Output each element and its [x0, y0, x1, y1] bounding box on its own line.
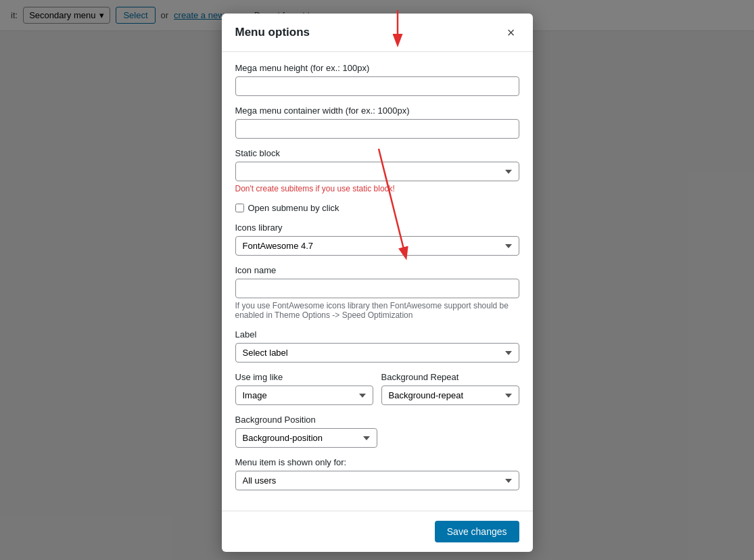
background-repeat-select[interactable]: Background-repeat [381, 386, 519, 405]
mega-menu-height-group: Mega menu height (for ex.: 100px) [235, 63, 519, 96]
background-position-label: Background Position [235, 415, 519, 425]
mega-menu-width-label: Mega menu container width (for ex.: 1000… [235, 106, 519, 116]
open-submenu-checkbox[interactable] [235, 204, 244, 212]
mega-menu-height-label: Mega menu height (for ex.: 100px) [235, 63, 519, 73]
open-submenu-label: Open submenu by click [248, 203, 339, 213]
modal-body: Mega menu height (for ex.: 100px) Mega m… [222, 52, 533, 511]
background-position-select[interactable]: Background-position [235, 428, 377, 448]
background-repeat-label: Background Repeat [381, 372, 519, 382]
use-img-like-select[interactable]: Image [235, 386, 373, 405]
use-img-like-label: Use img like [235, 372, 373, 382]
icon-name-group: Icon name If you use FontAwesome icons l… [235, 265, 519, 320]
background-position-group: Background Position Background-position [235, 415, 519, 448]
menu-item-shown-label: Menu item is shown only for: [235, 457, 519, 467]
icons-library-select[interactable]: FontAwesome 4.7 [235, 236, 519, 256]
static-block-note: Don't create subitems if you use static … [235, 184, 519, 193]
mega-menu-width-group: Mega menu container width (for ex.: 1000… [235, 106, 519, 139]
background-repeat-group: Background Repeat Background-repeat [381, 372, 519, 405]
icon-note: If you use FontAwesome icons library the… [235, 301, 519, 320]
modal-close-button[interactable]: × [503, 24, 519, 41]
mega-menu-width-input[interactable] [235, 119, 519, 139]
label-select[interactable]: Select label [235, 343, 519, 363]
two-col-row-1: Use img like Image Background Repeat Bac… [235, 372, 519, 415]
mega-menu-height-input[interactable] [235, 76, 519, 96]
label-field-label: Label [235, 329, 519, 340]
save-changes-button[interactable]: Save changes [435, 521, 519, 542]
static-block-group: Static block Don't create subitems if yo… [235, 148, 519, 193]
use-img-like-group: Use img like Image [235, 372, 373, 405]
icons-library-group: Icons library FontAwesome 4.7 [235, 223, 519, 256]
static-block-select[interactable] [235, 162, 519, 181]
open-submenu-row: Open submenu by click [235, 203, 519, 213]
icon-name-label: Icon name [235, 265, 519, 275]
menu-options-modal: Menu options × Mega menu height (for ex.… [222, 14, 533, 552]
menu-item-shown-select[interactable]: All users [235, 471, 519, 490]
icon-name-input[interactable] [235, 279, 519, 298]
static-block-label: Static block [235, 148, 519, 158]
modal-footer: Save changes [222, 511, 533, 552]
modal-overlay: Menu options × Mega menu height (for ex.… [0, 0, 754, 560]
modal-header: Menu options × [222, 14, 533, 52]
modal-title: Menu options [235, 26, 310, 39]
label-group: Label Select label [235, 329, 519, 363]
icons-library-label: Icons library [235, 223, 519, 233]
menu-item-shown-group: Menu item is shown only for: All users [235, 457, 519, 490]
